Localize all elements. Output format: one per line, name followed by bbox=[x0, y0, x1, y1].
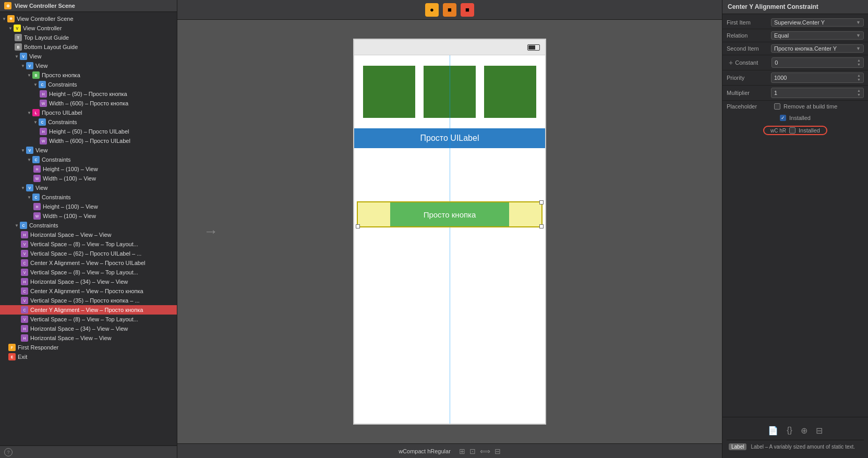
wc-hr-checkbox[interactable] bbox=[789, 127, 795, 134]
constant-plus-btn[interactable]: + bbox=[727, 58, 735, 67]
tree-item-btn-h[interactable]: HHeight – (50) – Просто кнопка bbox=[0, 89, 177, 99]
tree-icon-btn: B bbox=[32, 71, 40, 79]
first-item-value: Superview.Center Y bbox=[774, 19, 825, 26]
resize-handle-tr[interactable] bbox=[539, 200, 544, 204]
toolbar-btn-2[interactable]: ■ bbox=[443, 3, 456, 17]
tree-item-lbl[interactable]: ▼LПросто UILabel bbox=[0, 108, 177, 117]
tree-item-c4[interactable]: CCenter X Alignment – View – Просто UILa… bbox=[0, 258, 177, 268]
bottom-icon-ruler[interactable]: ⊟ bbox=[816, 426, 823, 436]
tree-item-view2[interactable]: ▼VView bbox=[0, 146, 177, 155]
first-item-dropdown[interactable]: Superview.Center Y ▼ bbox=[771, 18, 864, 27]
tree-item-lbl-w[interactable]: WWidth – (600) – Просто UILabel bbox=[0, 136, 177, 146]
tree-item-view3-constraints[interactable]: ▼CConstraints bbox=[0, 192, 177, 202]
priority-down[interactable]: ▼ bbox=[857, 78, 861, 82]
priority-value[interactable]: 1000 ▲ ▼ bbox=[771, 73, 864, 83]
priority-spinners[interactable]: ▲ ▼ bbox=[857, 74, 861, 82]
tree-item-c10[interactable]: VVertical Space – (8) – View – Top Layou… bbox=[0, 315, 177, 324]
tree-item-first-responder[interactable]: FFirst Responder bbox=[0, 343, 177, 352]
tree-icon-vc: V bbox=[14, 25, 21, 32]
tree-item-main-constraints[interactable]: ▼CConstraints bbox=[0, 221, 177, 230]
tree-icon-view2-h: H bbox=[33, 165, 41, 173]
resize-handle-bl[interactable] bbox=[356, 224, 360, 228]
tree-label-view2-constraints: Constraints bbox=[42, 156, 71, 163]
tree-item-view-main[interactable]: ▼VView bbox=[0, 52, 177, 61]
second-item-dropdown[interactable]: Просто кнопка.Center Y ▼ bbox=[771, 44, 864, 53]
multiplier-down[interactable]: ▼ bbox=[857, 93, 861, 97]
tree-item-vc[interactable]: ▼VView Controller bbox=[0, 23, 177, 33]
multiplier-value[interactable]: 1 ▲ ▼ bbox=[771, 88, 864, 98]
tree-item-view-sub[interactable]: ▼VView bbox=[0, 61, 177, 70]
tree-item-lbl-h[interactable]: HHeight – (50) – Просто UILabel bbox=[0, 127, 177, 136]
footer-icon-minus[interactable]: ⊟ bbox=[495, 447, 501, 455]
tree-label-lbl: Просто UILabel bbox=[42, 110, 82, 116]
tree-item-c11[interactable]: HHorizontal Space – (34) – View – View bbox=[0, 324, 177, 333]
tree-item-c2[interactable]: VVertical Space – (8) – View – Top Layou… bbox=[0, 239, 177, 249]
bottom-icon-braces[interactable]: {} bbox=[787, 426, 792, 436]
tree-item-view3[interactable]: ▼VView bbox=[0, 183, 177, 192]
tree-item-view3-w[interactable]: WWidth – (100) – View bbox=[0, 211, 177, 221]
tree-item-view3-h[interactable]: HHeight – (100) – View bbox=[0, 202, 177, 211]
multiplier-label: Multiplier bbox=[727, 90, 771, 96]
footer-icon-grid[interactable]: ⊞ bbox=[459, 447, 465, 455]
tree-label-view3: View bbox=[35, 185, 48, 191]
tree-label-lbl-w: Width – (600) – Просто UILabel bbox=[49, 138, 130, 144]
resize-handle-br[interactable] bbox=[539, 224, 544, 228]
constant-up[interactable]: ▲ bbox=[857, 58, 861, 63]
bottom-icon-link[interactable]: ⊕ bbox=[801, 426, 807, 436]
multiplier-spinners[interactable]: ▲ ▼ bbox=[857, 89, 861, 97]
tree-item-view2-constraints[interactable]: ▼CConstraints bbox=[0, 155, 177, 164]
left-panel-content[interactable]: ▼⊕View Controller Scene▼VView Controller… bbox=[0, 12, 177, 445]
tree-item-btn-w[interactable]: WWidth – (600) – Просто кнопка bbox=[0, 99, 177, 108]
tree-item-btn-constraints[interactable]: ▼CConstraints bbox=[0, 80, 177, 89]
tree-item-c7[interactable]: CCenter X Alignment – View – Просто кноп… bbox=[0, 286, 177, 296]
tree-icon-view2-w: W bbox=[33, 175, 41, 182]
tree-item-c1[interactable]: HHorizontal Space – View – View bbox=[0, 230, 177, 239]
tree-item-btn[interactable]: ▼BПросто кнопка bbox=[0, 70, 177, 80]
button-area[interactable]: Просто кнопка bbox=[357, 201, 542, 227]
tree-icon-view3-w: W bbox=[33, 212, 41, 220]
tree-item-exit[interactable]: EExit bbox=[0, 352, 177, 361]
toolbar-btn-3[interactable]: ■ bbox=[461, 3, 474, 17]
tree-icon-main-constraints: C bbox=[20, 222, 27, 229]
tree-item-view2-h[interactable]: HHeight – (100) – View bbox=[0, 164, 177, 174]
tree-item-vc-scene[interactable]: ▼⊕View Controller Scene bbox=[0, 14, 177, 23]
uilabel-text: Просто UILabel bbox=[420, 134, 479, 142]
toolbar-btn-1[interactable]: ● bbox=[425, 3, 439, 17]
tree-icon-bottom-layout: B bbox=[15, 43, 22, 51]
footer-icon-expand[interactable]: ⟺ bbox=[480, 447, 490, 455]
footer-icon-box[interactable]: ⊡ bbox=[469, 447, 476, 455]
tree-item-lbl-constraints[interactable]: ▼CConstraints bbox=[0, 117, 177, 127]
footer-circle-btn[interactable]: ? bbox=[4, 448, 13, 456]
tree-item-top-layout[interactable]: TTop Layout Guide bbox=[0, 33, 177, 42]
installed-checkbox[interactable]: ✓ bbox=[780, 115, 786, 121]
button-inner[interactable]: Просто кнопка bbox=[390, 202, 510, 226]
tree-item-c6[interactable]: HHorizontal Space – (34) – View – View bbox=[0, 277, 177, 286]
remove-at-build-checkbox[interactable] bbox=[774, 103, 780, 110]
tree-item-c9-selected[interactable]: CCenter Y Alignment – View – Просто кноп… bbox=[0, 305, 177, 315]
tree-item-c5[interactable]: VVertical Space – (8) – View – Top Layou… bbox=[0, 268, 177, 277]
tree-icon-exit: E bbox=[8, 353, 16, 360]
tree-item-c3[interactable]: VVertical Space – (62) – Просто UILabel … bbox=[0, 249, 177, 258]
tree-item-c12[interactable]: HHorizontal Space – View – View bbox=[0, 333, 177, 343]
tree-label-view2-w: Width – (100) – View bbox=[43, 175, 96, 182]
second-item-label: Second Item bbox=[727, 45, 771, 52]
relation-dropdown[interactable]: Equal ▼ bbox=[771, 31, 864, 40]
center-footer: wCompact hRegular ⊞ ⊡ ⟺ ⊟ bbox=[177, 443, 722, 458]
bottom-icon-doc[interactable]: 📄 bbox=[768, 426, 778, 436]
tree-item-view2-w[interactable]: WWidth – (100) – View bbox=[0, 174, 177, 183]
tree-item-c8[interactable]: VVertical Space – (35) – Просто кнопка –… bbox=[0, 296, 177, 305]
green-boxes-row bbox=[354, 55, 545, 128]
multiplier-up[interactable]: ▲ bbox=[857, 89, 861, 93]
constant-spinners[interactable]: ▲ ▼ bbox=[857, 58, 861, 67]
tree-label-c6: Horizontal Space – (34) – View – View bbox=[30, 279, 128, 285]
constant-value[interactable]: 0 ▲ ▼ bbox=[771, 57, 864, 68]
priority-up[interactable]: ▲ bbox=[857, 74, 861, 78]
constant-down[interactable]: ▼ bbox=[857, 63, 861, 67]
tree-item-bottom-layout[interactable]: BBottom Layout Guide bbox=[0, 42, 177, 52]
tree-label-c1: Horizontal Space – View – View bbox=[30, 232, 112, 238]
priority-label: Priority bbox=[727, 75, 771, 81]
canvas-area[interactable]: → Просто UILabel bbox=[177, 20, 722, 443]
tree-label-view-main: View bbox=[29, 53, 42, 59]
green-box-2 bbox=[424, 66, 476, 118]
installed-row-2: wC hR Installed bbox=[722, 124, 868, 137]
